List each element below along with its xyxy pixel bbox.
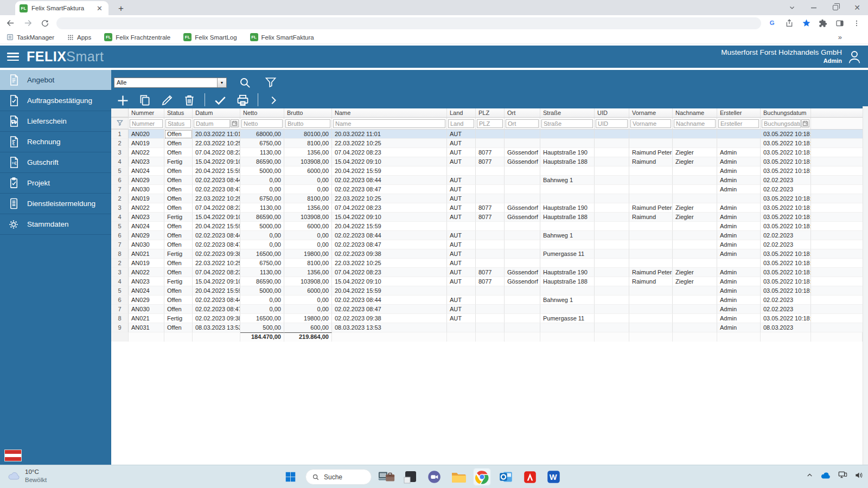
filter-input-nachname[interactable]: Nachname: [674, 119, 716, 128]
filter-input-plz[interactable]: PLZ: [477, 119, 503, 128]
taskbar-app-word[interactable]: W: [545, 468, 563, 486]
table-row[interactable]: 5AN024Offen20.04.2022 15:595000,006000,0…: [111, 166, 863, 176]
forward-icon[interactable]: [21, 16, 35, 30]
bookmark-star-icon[interactable]: [800, 16, 812, 30]
back-icon[interactable]: [3, 16, 17, 30]
taskbar-app-outlook[interactable]: [497, 468, 515, 486]
sidebar-item-lieferschein[interactable]: Lieferschein: [0, 111, 111, 132]
calendar-icon[interactable]: [801, 119, 809, 127]
filter-input-status[interactable]: Status: [165, 119, 191, 128]
network-icon[interactable]: [838, 471, 847, 479]
filter-input-brutto[interactable]: Brutto: [285, 119, 330, 128]
column-header-name[interactable]: Name: [332, 108, 447, 117]
table-row[interactable]: 6AN029Offen02.02.2023 08:440,000,0002.02…: [111, 176, 863, 185]
dropdown-arrow-icon[interactable]: ▼: [217, 78, 226, 87]
google-account-icon[interactable]: G: [767, 16, 778, 30]
taskbar-app-acrobat[interactable]: [521, 468, 539, 486]
tab-search-chevron-icon[interactable]: [781, 0, 803, 15]
browser-tab[interactable]: FL Felix SmartFaktura ✕: [15, 1, 108, 15]
column-header-netto[interactable]: Netto: [240, 108, 284, 117]
column-header-plz[interactable]: PLZ: [476, 108, 505, 117]
filter-input-name[interactable]: Name: [333, 119, 445, 128]
taskbar-app-chrome[interactable]: [473, 468, 491, 486]
filter-input-straße[interactable]: Straße: [541, 119, 593, 128]
browser-menu-icon[interactable]: [851, 16, 863, 30]
view-filter-dropdown[interactable]: Alle ▼: [114, 78, 227, 88]
close-button[interactable]: ✕: [846, 0, 868, 15]
table-row[interactable]: 3AN022Offen07.04.2022 08:231130,001356,0…: [111, 148, 863, 157]
table-row[interactable]: 6AN029Offen02.02.2023 08:440,000,0002.02…: [111, 231, 863, 240]
filter-input-land[interactable]: Land: [448, 119, 474, 128]
user-avatar-icon[interactable]: [846, 49, 863, 65]
side-panel-icon[interactable]: [834, 16, 846, 30]
column-header-land[interactable]: Land: [447, 108, 476, 117]
table-row[interactable]: 3AN022Offen07.04.2022 08:231130,001356,0…: [111, 203, 863, 213]
table-row[interactable]: 8AN021Fertig02.02.2023 09:3816500,001980…: [111, 314, 863, 323]
table-row[interactable]: 2AN019Offen22.03.2022 10:256750,008100,0…: [111, 139, 863, 148]
taskbar-app-darkapp[interactable]: [401, 468, 419, 486]
sidebar-item-dienstleistermeldung[interactable]: Dienstleistermeldung: [0, 194, 111, 214]
sidebar-item-angebot[interactable]: Angebot: [0, 70, 111, 91]
table-row[interactable]: 2AN019Offen22.03.2022 10:256750,008100,0…: [111, 194, 863, 203]
bookmark-taskmanager[interactable]: TaskManager: [7, 34, 54, 41]
column-header-brutto[interactable]: Brutto: [284, 108, 332, 117]
bookmark-felix-smartlog[interactable]: FLFelix SmartLog: [183, 33, 237, 41]
share-icon[interactable]: [783, 16, 795, 30]
filter-input-vorname[interactable]: Vorname: [630, 119, 671, 128]
filter-icon[interactable]: [263, 74, 279, 91]
table-row[interactable]: 7AN030Offen02.02.2023 08:470,000,0002.02…: [111, 305, 863, 314]
filter-input-buchungsdatum[interactable]: Buchungsdatum: [762, 119, 801, 128]
filter-input-ort[interactable]: Ort: [506, 119, 539, 128]
sidebar-item-auftragsbestaetigung[interactable]: Auftragsbestätigung: [0, 91, 111, 111]
table-row[interactable]: 3AN022Offen07.04.2022 08:231130,001356,0…: [111, 268, 863, 277]
sidebar-item-gutschrift[interactable]: +€Gutschrift: [0, 152, 111, 173]
table-row[interactable]: 7AN030Offen02.02.2023 08:470,000,0002.02…: [111, 185, 863, 194]
table-row[interactable]: 5AN024Offen20.04.2022 15:595000,006000,0…: [111, 222, 863, 231]
column-header-straße[interactable]: Straße: [540, 108, 595, 117]
search-icon[interactable]: [237, 74, 253, 91]
table-row[interactable]: 4AN023Fertig15.04.2022 09:1086590,001039…: [111, 213, 863, 222]
sidebar-item-projekt[interactable]: Projekt: [0, 173, 111, 194]
calendar-icon[interactable]: [231, 119, 239, 127]
extensions-icon[interactable]: [817, 16, 829, 30]
column-header-nummer[interactable]: Nummer: [129, 108, 164, 117]
column-header-buchungsdatum[interactable]: Buchungsdatum: [761, 108, 811, 117]
column-header-vorname[interactable]: Vorname: [629, 108, 673, 117]
bookmarks-overflow-icon[interactable]: »: [838, 33, 842, 41]
bookmark-apps[interactable]: Apps: [67, 34, 91, 41]
start-button[interactable]: [282, 468, 299, 486]
filter-input-ersteller[interactable]: Ersteller: [718, 119, 759, 128]
table-row[interactable]: 2AN019Offen22.03.2022 10:256750,008100,0…: [111, 259, 863, 268]
onedrive-icon[interactable]: [820, 472, 831, 479]
volume-icon[interactable]: [854, 471, 864, 479]
table-row[interactable]: 1AN020Offen20.03.2022 11:0168000,0080100…: [111, 130, 863, 139]
filter-input-datum[interactable]: Datum: [194, 119, 230, 128]
scrollbar[interactable]: [863, 106, 868, 465]
tray-expand-icon[interactable]: [806, 472, 813, 479]
sidebar-item-stammdaten[interactable]: Stammdaten: [0, 214, 111, 235]
column-header-ersteller[interactable]: Ersteller: [717, 108, 761, 117]
bookmark-felix-frachtzentrale[interactable]: FLFelix Frachtzentrale: [104, 33, 170, 41]
bookmark-felix-smartfaktura[interactable]: FLFelix SmartFaktura: [250, 33, 314, 41]
table-row[interactable]: 8AN021Fertig02.02.2023 09:3816500,001980…: [111, 249, 863, 259]
table-row[interactable]: 7AN030Offen02.02.2023 08:470,000,0002.02…: [111, 240, 863, 249]
table-row[interactable]: 4AN023Fertig15.04.2022 09:1086590,001039…: [111, 277, 863, 286]
reload-icon[interactable]: [38, 16, 52, 30]
weather-widget[interactable]: 10°C Bewölkt: [8, 468, 47, 484]
restore-button[interactable]: [825, 0, 846, 15]
taskbar-search[interactable]: Suche: [305, 469, 372, 485]
table-row[interactable]: 4AN023Fertig15.04.2022 09:1086590,001039…: [111, 157, 863, 166]
taskbar-app-teams[interactable]: [425, 468, 443, 486]
filter-input-uid[interactable]: UID: [596, 119, 628, 128]
address-bar[interactable]: [56, 17, 761, 29]
column-header-status[interactable]: Status: [164, 108, 193, 117]
tab-close-icon[interactable]: ✕: [95, 4, 104, 12]
table-row[interactable]: 5AN024Offen20.04.2022 15:595000,006000,0…: [111, 286, 863, 296]
table-row[interactable]: 9AN031Offen08.03.2023 13:53500,00600,000…: [111, 323, 863, 332]
menu-hamburger-icon[interactable]: [7, 53, 19, 61]
table-row[interactable]: 6AN029Offen02.02.2023 08:440,000,0002.02…: [111, 296, 863, 305]
column-header-datum[interactable]: Datum: [193, 108, 240, 117]
column-header-nachname[interactable]: Nachname: [673, 108, 717, 117]
filter-input-netto[interactable]: Netto: [241, 119, 283, 128]
minimize-button[interactable]: [803, 0, 825, 15]
